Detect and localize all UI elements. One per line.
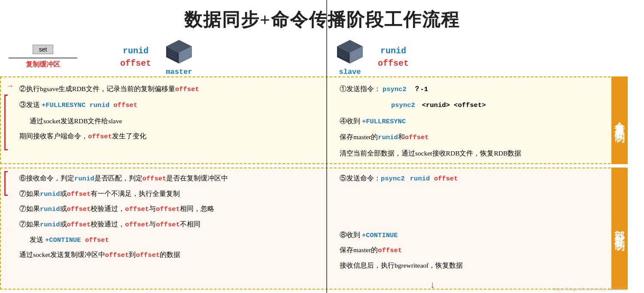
step3-prefix: ③发送 (19, 101, 42, 108)
step-period-suffix: 发生了变化 (112, 132, 146, 140)
step8-offset: offset (378, 247, 402, 254)
watermark: https://blog.csdn.net/ww/in_44143115 (553, 286, 626, 291)
step7c-send-prefix: 发送 (30, 236, 45, 243)
step7c-or: 或 (60, 220, 67, 228)
step7b-offset: offset (67, 205, 91, 213)
step7b-mid: 校验通过， (91, 205, 125, 212)
set-button[interactable]: set (33, 45, 54, 54)
slave-server: slave (335, 38, 365, 76)
buffer-area: set 复制缓冲区 (9, 45, 77, 69)
master-runid-label: runid (123, 46, 149, 56)
step2-line: ②执行bgsave生成RDB文件，记录当前的复制偏移量offset (19, 82, 313, 96)
step7b-and: 与 (149, 205, 156, 212)
slave-label: slave (339, 68, 361, 76)
step7a-or: 或 (60, 190, 67, 197)
step4-clear-text: 清空当前全部数据，通过socket接收RDB文件，恢复RDB数据 (340, 150, 521, 157)
step7a-suffix: 有一个不满足，执行全量复制 (91, 190, 180, 197)
step3-line: ③发送 +FULLRESYNC runid offset (19, 98, 313, 112)
step7b-offset3: offset (156, 205, 180, 213)
step7c-send-cmd: +CONTINUE (45, 236, 85, 244)
step7c-send-offset: offset (85, 236, 109, 244)
master-server: master (164, 38, 194, 76)
step7b-line: ⑦如果runid或offset校验通过，offset与offset相同，忽略 (19, 203, 313, 216)
step5-offset: offset (434, 175, 458, 183)
step2-offset: offset (175, 85, 199, 93)
step7b-offset2: offset (125, 205, 149, 213)
step4-prefix: ④收到 (340, 117, 362, 125)
step4-save: 保存master的runid和offset (340, 131, 614, 144)
step7c-prefix: ⑦如果 (19, 220, 40, 228)
step7c-offset2: offset (125, 221, 149, 229)
step7c-socket-offset: offset (105, 251, 129, 259)
partial-replication-label: 部分复制 (611, 168, 628, 290)
step7b-suffix: 相同，忽略 (180, 205, 214, 212)
step3-socket-text: 通过socket发送RDB文件给slave (30, 117, 122, 125)
partial-right-content: ⑤发送命令：psync2runid offset ⑧收到 +CONTINUE 保… (333, 169, 620, 278)
step7c-socket-suffix: 的数据 (160, 251, 180, 258)
step6-suffix: 是否在复制缓冲区中 (166, 174, 228, 182)
master-server-icon (164, 38, 194, 68)
master-runid-offset: runid offset (120, 46, 151, 68)
step8-receive-text: 接收信息后，执行bgrewriteaof，恢复数据 (340, 262, 463, 269)
slave-runid-offset: runid offset (378, 46, 409, 68)
full-replication-label: 全量复制 (611, 76, 628, 164)
step7b-prefix: ⑦如果 (19, 205, 40, 212)
step-period-line: 期间接收客户端命令，offset发生了变化 (19, 130, 313, 143)
red-bracket-partial (4, 171, 8, 196)
master-top-area: set 复制缓冲区 runid offset (9, 38, 194, 76)
step5-prefix: ⑤发送命令： (340, 174, 381, 182)
slave-top-area: slave runid offset (335, 38, 409, 76)
full-left-content: ②执行bgsave生成RDB文件，记录当前的复制偏移量offset ③发送 +F… (11, 79, 320, 150)
master-offset-label: offset (120, 58, 151, 68)
main-container: { "title": "数据同步+命令传播阶段工作流程", "master": … (0, 0, 644, 293)
step3-fullresync: +FULLRESYNC (42, 101, 90, 109)
step7c-socket-line: 通过socket发送复制缓冲区中offset到offset的数据 (19, 249, 313, 262)
step7c-mid: 校验通过， (91, 220, 125, 228)
buffer-label: 复制缓冲区 (26, 60, 60, 69)
step7b-or: 或 (60, 205, 67, 212)
step7c-runid: runid (40, 221, 60, 229)
step1-cmd: psync2 (383, 85, 407, 93)
step7b-runid: runid (40, 205, 60, 213)
step1-line2: psync2 <runid> <offset> (340, 98, 614, 112)
step5-line: ⑤发送命令：psync2runid offset (340, 172, 614, 185)
step7c-offset: offset (67, 221, 91, 229)
step1-cmd2: psync2 (391, 101, 415, 109)
step5-runid: runid (410, 175, 434, 183)
step1-prefix: ①发送指令： (340, 85, 381, 92)
step7c-offset3: offset (156, 221, 180, 229)
red-arrow-step2: → (6, 82, 14, 91)
step3-runid: runid (90, 101, 114, 109)
slave-offset-label: offset (378, 58, 409, 68)
step4-line1: ④收到 +FULLRESYNC (340, 115, 614, 128)
step8-save: 保存master的offset (340, 244, 614, 257)
step4-save-text: 保存master的 (340, 133, 378, 140)
red-bracket-full (4, 95, 8, 150)
step4-runid: runid (378, 134, 398, 141)
step5-cmd: psync2 (381, 175, 405, 183)
step4-and: 和 (398, 133, 405, 140)
red-arrow-down: ↓ (430, 279, 435, 290)
buffer-line (9, 58, 77, 58)
step2-text: ②执行bgsave生成RDB文件，记录当前的复制偏移量 (19, 85, 175, 92)
step6-mid: 是否匹配，判定 (94, 174, 143, 182)
step6-prefix: ⑥接收命令，判定 (19, 174, 74, 182)
full-right-content: ①发送指令： psync2 ？-1 psync2 <runid> <offset… (333, 79, 620, 165)
step3-offset: offset (113, 101, 137, 109)
step7a-prefix: ⑦如果 (19, 190, 40, 197)
step8-receive: 接收信息后，执行bgrewriteaof，恢复数据 (340, 259, 614, 272)
partial-left-content: ⑥接收命令，判定runid是否匹配，判定offset是否在复制缓冲区中 ⑦如果r… (11, 169, 320, 268)
step6-line: ⑥接收命令，判定runid是否匹配，判定offset是否在复制缓冲区中 (19, 172, 313, 185)
step3-sub: 通过socket发送RDB文件给slave (19, 115, 313, 127)
step7c-socket-offset2: offset (136, 251, 160, 259)
slave-server-icon (335, 38, 365, 68)
step7a-line: ⑦如果runid或offset有一个不满足，执行全量复制 (19, 188, 313, 201)
step4-fullresync: +FULLRESYNC (362, 118, 406, 125)
master-label: master (166, 68, 192, 76)
step-period-offset: offset (88, 133, 112, 140)
step4-offset: offset (405, 134, 429, 141)
step7c-socket-text: 通过socket发送复制缓冲区中 (19, 251, 105, 258)
step8-cmd: +CONTINUE (362, 232, 398, 239)
partial-right-spacer (340, 188, 614, 226)
step6-runid: runid (74, 175, 94, 183)
